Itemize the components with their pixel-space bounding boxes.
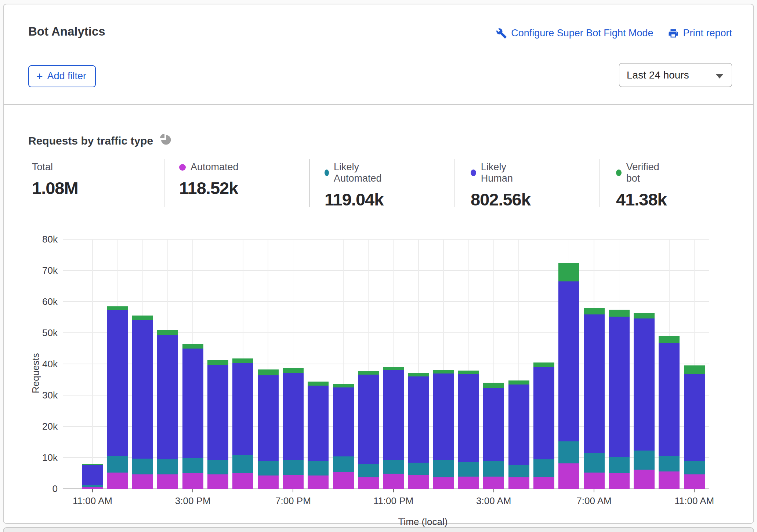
stat-label-text: Automated [191,161,239,173]
stat-automated: Automated118.52k [179,161,239,198]
legend-dot-icon [325,170,329,176]
bar-segment-automated [333,472,354,489]
stat-divider [309,159,310,207]
x-tick-mark [293,489,293,492]
y-axis-title: Requests [30,336,43,410]
bar-segment-likely-human [283,373,304,460]
bar-10-00-pm[interactable] [358,371,379,489]
gridline-v [92,239,93,489]
bar-6-00-am[interactable] [558,263,579,489]
bar-8-00-am[interactable] [609,310,630,489]
bar-3-00-pm[interactable] [182,344,203,489]
bar-segment-likely-automated [684,461,705,474]
bar-segment-automated [258,475,279,489]
bar-segment-verified-bot [483,383,504,388]
stat-value: 802.56k [471,189,530,209]
bar-segment-verified-bot [659,336,680,343]
bar-4-00-am[interactable] [508,380,529,489]
bar-segment-verified-bot [232,358,253,364]
y-tick-label: 20k [23,421,58,432]
page-title: Bot Analytics [28,25,105,39]
bar-segment-likely-automated [408,463,429,475]
bar-7-00-pm[interactable] [283,368,304,489]
chevron-down-icon [716,74,724,79]
stat-likely-automated: Likely Automated119.04k [325,161,384,209]
bar-9-00-am[interactable] [634,313,655,489]
x-tick-mark [694,489,695,492]
bar-segment-likely-automated [508,465,529,477]
gridline-h [63,270,709,271]
stat-divider [164,159,164,207]
bar-7-00-am[interactable] [584,308,605,489]
stat-total: Total1.08M [32,161,78,198]
bar-segment-automated [533,477,554,489]
bar-segment-verified-bot [684,365,705,374]
bar-segment-verified-bot [207,360,228,365]
bar-12-00-am[interactable] [408,373,429,489]
bar-6-00-pm[interactable] [258,369,279,489]
time-range-dropdown[interactable]: Last 24 hours [619,63,732,87]
bar-segment-automated [684,474,705,489]
x-tick-mark [192,489,193,492]
bar-1-00-pm[interactable] [132,316,153,489]
bar-segment-likely-human [634,318,655,451]
bar-segment-automated [132,474,153,489]
bar-segment-automated [283,475,304,489]
x-tick-label: 11:00 PM [357,495,430,507]
bar-8-00-pm[interactable] [308,382,329,489]
bar-3-00-am[interactable] [483,383,504,489]
bar-1-00-am[interactable] [433,370,454,489]
bar-segment-likely-human [157,335,178,459]
bar-segment-automated [483,477,504,489]
plot-area: 010k20k30k40k50k60k70k80k11:00 AM3:00 PM… [63,239,709,489]
add-filter-label: Add filter [47,70,87,82]
bar-segment-automated [182,473,203,489]
bar-12-00-pm[interactable] [107,306,128,489]
bar-segment-likely-human [207,365,228,460]
bar-segment-verified-bot [408,373,429,376]
bar-segment-automated [508,477,529,489]
bar-2-00-am[interactable] [458,371,479,489]
bar-segment-verified-bot [609,310,630,317]
stat-divider [454,159,454,207]
wrench-icon [496,28,507,39]
bar-segment-likely-automated [333,456,354,472]
bar-segment-likely-automated [132,459,153,474]
bar-segment-likely-human [508,385,529,465]
bar-segment-verified-bot [157,330,178,335]
bar-segment-likely-automated [283,460,304,475]
gridline-h [63,301,709,302]
stat-likely-human: Likely Human802.56k [471,161,530,209]
add-filter-button[interactable]: + Add filter [28,65,96,87]
stat-divider [600,159,600,207]
bar-segment-likely-human [258,375,279,462]
bar-segment-likely-automated [383,460,404,474]
bar-10-00-am[interactable] [659,336,680,489]
bar-11-00-am[interactable] [684,365,705,489]
bar-4-00-pm[interactable] [207,360,228,489]
bar-segment-likely-human [684,374,705,461]
legend-dot-icon [179,164,186,171]
bar-segment-likely-human [383,370,404,460]
legend-dot-icon [616,170,622,176]
bar-5-00-am[interactable] [533,362,554,489]
bar-2-00-pm[interactable] [157,330,178,489]
print-report-link[interactable]: Print report [668,28,732,39]
y-tick-label: 60k [23,296,58,307]
bar-segment-verified-bot [533,362,554,367]
print-link-label: Print report [683,28,732,39]
bar-segment-likely-automated [358,464,379,478]
bar-5-00-pm[interactable] [232,358,253,489]
plus-icon: + [36,71,43,81]
bar-segment-automated [558,463,579,489]
configure-super-bot-fight-mode-link[interactable]: Configure Super Bot Fight Mode [496,28,653,39]
bar-11-00-am[interactable] [82,464,103,489]
x-tick-label: 3:00 PM [156,495,229,507]
bar-11-00-pm[interactable] [383,367,404,489]
x-tick-mark [393,489,394,492]
bar-segment-automated [433,477,454,489]
bar-segment-likely-automated [207,460,228,474]
bar-segment-automated [609,473,630,489]
bar-segment-likely-automated [458,462,479,477]
bar-9-00-pm[interactable] [333,384,354,489]
